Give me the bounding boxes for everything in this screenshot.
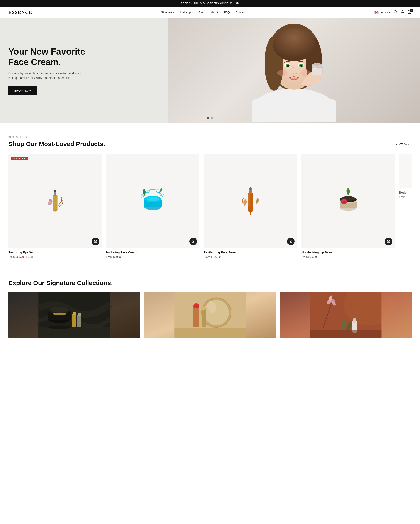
product-image [399, 154, 411, 188]
product-image [301, 154, 395, 248]
hero-title: Your New Favorite Face Cream. [9, 46, 96, 68]
svg-rect-78 [201, 308, 206, 327]
product-price: From $100.00 [204, 255, 297, 258]
product-card[interactable]: Hydrating Face Cream From $50.00 [106, 154, 200, 258]
collection-image-2 [144, 292, 276, 338]
announcement-prev-arrow[interactable]: ‹ [176, 2, 177, 5]
svg-point-58 [343, 199, 344, 200]
account-button[interactable] [401, 10, 404, 15]
svg-rect-6 [252, 99, 336, 122]
product-card[interactable]: Revitalizing Face Serum From $100.00 [204, 154, 297, 258]
product-image [106, 154, 200, 248]
bestsellers-label: BESTSELLERS [9, 136, 411, 138]
collections-title: Explore Our Signature Collections. [9, 279, 411, 287]
svg-rect-90 [354, 318, 356, 320]
svg-point-0 [394, 10, 396, 13]
collection-illustration-1 [9, 292, 140, 338]
nav-about[interactable]: About [210, 11, 218, 14]
nav-contact[interactable]: Contact [236, 11, 246, 14]
svg-rect-70 [38, 327, 110, 338]
product-price: From $30.00 [301, 255, 395, 258]
svg-point-28 [53, 210, 57, 212]
search-button[interactable] [394, 10, 397, 15]
nav-makeup[interactable]: Makeup ▾ [180, 11, 192, 14]
collection-illustration-2 [144, 292, 276, 338]
svg-point-17 [288, 65, 289, 66]
announcement-next-arrow[interactable]: › [243, 2, 244, 5]
cart-button[interactable]: 1 [408, 10, 411, 15]
svg-point-10 [273, 28, 315, 61]
site-logo[interactable]: ESSENCE [9, 10, 32, 15]
product-name: Revitalizing Face Serum [204, 251, 297, 254]
collections-grid [9, 292, 411, 338]
section-header: Shop Our Most-Loved Products. VIEW ALL › [9, 140, 411, 148]
collections-section: Explore Our Signature Collections. [0, 271, 420, 350]
product-illustration-face-cream [139, 186, 166, 216]
add-to-cart-button[interactable] [385, 238, 392, 245]
svg-point-1 [402, 10, 403, 12]
svg-rect-65 [53, 313, 66, 315]
view-all-link[interactable]: VIEW ALL › [396, 143, 411, 146]
product-image [204, 154, 297, 248]
nav-blog[interactable]: Blog [198, 11, 204, 14]
cart-count: 1 [410, 9, 413, 12]
product-card[interactable]: SAVE $10.00 [9, 154, 102, 258]
cart-icon [192, 240, 195, 243]
main-nav: Skincare ▾ Makeup ▾ Blog About FAQ Conta… [161, 11, 246, 14]
flag-icon: 🇺🇸 [375, 10, 379, 15]
add-to-cart-button[interactable] [287, 238, 295, 245]
add-to-cart-button[interactable] [189, 238, 197, 245]
product-name: Restoring Eye Serum [9, 251, 102, 254]
svg-rect-79 [202, 307, 205, 310]
svg-point-23 [312, 63, 322, 66]
svg-point-44 [249, 187, 252, 190]
svg-rect-81 [174, 328, 246, 338]
collection-image-3 [280, 292, 411, 338]
nav-faq[interactable]: FAQ [224, 11, 230, 14]
save-badge: SAVE $10.00 [11, 157, 27, 160]
svg-point-24 [314, 66, 316, 70]
product-illustration-serum-eye [43, 186, 68, 216]
hero-cta-button[interactable]: SHOP NOW [9, 86, 37, 95]
hero-dot-1[interactable] [207, 117, 209, 119]
hero-dot-2[interactable] [211, 117, 213, 119]
currency-chevron-icon: ▾ [389, 11, 390, 14]
hero-content: Your New Favorite Face Cream. Our new hy… [0, 34, 105, 108]
add-to-cart-button[interactable] [92, 238, 99, 245]
product-price: From $50.00 [106, 255, 200, 258]
svg-point-39 [141, 193, 144, 196]
search-icon [394, 10, 397, 14]
cart-icon [387, 240, 390, 243]
header-actions: 🇺🇸 USD $ ▾ 1 [375, 10, 411, 15]
collection-card[interactable] [144, 292, 276, 338]
svg-point-64 [50, 307, 69, 313]
bestsellers-title: Shop Our Most-Loved Products. [9, 140, 105, 148]
svg-rect-25 [53, 195, 57, 210]
svg-rect-75 [193, 306, 199, 327]
product-name: Body [399, 191, 411, 194]
collection-card[interactable] [280, 292, 411, 338]
svg-point-36 [147, 197, 159, 201]
hero-description: Our new hydrating face cream delivers in… [9, 71, 88, 80]
product-illustration-lip-balm [334, 186, 362, 216]
products-grid: SAVE $10.00 [9, 154, 411, 258]
cart-icon [289, 240, 292, 243]
collection-card[interactable] [9, 292, 140, 338]
svg-rect-69 [78, 313, 81, 316]
product-image: SAVE $10.00 [9, 154, 102, 248]
hero-illustration [250, 19, 338, 122]
nav-skincare[interactable]: Skincare ▾ [161, 11, 174, 14]
product-card[interactable]: Moisturizing Lip Balm From $30.00 [301, 154, 395, 258]
svg-point-57 [343, 201, 345, 203]
chevron-down-icon: ▾ [192, 11, 192, 14]
announcement-text: FREE SHIPPING ON ORDERS ABOVE 30 USD [181, 2, 239, 5]
currency-selector[interactable]: 🇺🇸 USD $ ▾ [375, 10, 390, 15]
hero-section: Your New Favorite Face Cream. Our new hy… [0, 18, 420, 123]
hero-pagination [207, 117, 213, 119]
product-card[interactable]: Body From [399, 154, 411, 258]
collection-image-1 [9, 292, 140, 338]
chevron-down-icon: ▾ [173, 11, 174, 14]
svg-point-37 [147, 190, 149, 192]
product-price: From [399, 195, 411, 199]
svg-point-71 [48, 326, 71, 329]
